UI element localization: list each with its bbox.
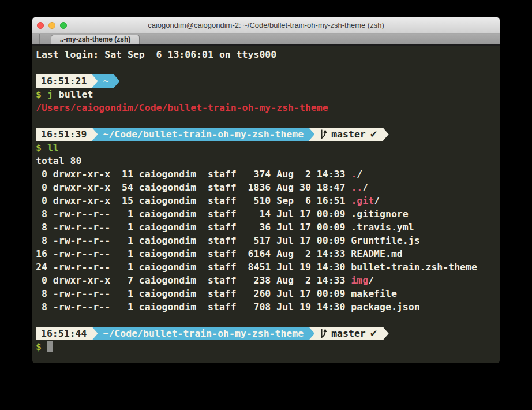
terminal-text: /Users/caiogondim/Code/bullet-train-oh-m… xyxy=(36,102,328,113)
terminal-text: 0 drwxr-xr-x 54 caiogondim staff 1836 Au… xyxy=(36,182,351,193)
prompt-dir-segment: ~ xyxy=(98,74,114,88)
terminal-text: 24 -rw-r--r-- 1 caiogondim staff 8451 Ju… xyxy=(36,262,477,273)
terminal-text: 8 -rw-r--r-- 1 caiogondim staff 36 Jul 1… xyxy=(36,222,414,233)
terminal-text: . xyxy=(351,169,357,180)
window-titlebar[interactable]: caiogondim@caiogondim-2: ~/Code/bullet-t… xyxy=(32,17,500,34)
prompt-dir-segment: ~/Code/bullet-train-oh-my-zsh-theme xyxy=(98,128,309,141)
terminal-line: total 80 xyxy=(36,154,500,167)
terminal-line: 16:51:39~/Code/bullet-train-oh-my-zsh-th… xyxy=(36,128,500,141)
terminal-line: 8 -rw-r--r-- 1 caiogondim staff 708 Jul … xyxy=(36,300,500,314)
terminal-text: Last login: Sat Sep 6 13:06:01 on ttys00… xyxy=(36,49,276,60)
terminal-line: /Users/caiogondim/Code/bullet-train-oh-m… xyxy=(36,101,500,114)
terminal-text: .git xyxy=(351,195,374,206)
prompt-dir-segment: ~/Code/bullet-train-oh-my-zsh-theme xyxy=(98,327,309,340)
terminal-text: .. xyxy=(351,182,362,193)
terminal-text: $ xyxy=(36,89,42,100)
terminal-text: ll xyxy=(47,142,59,153)
prompt-time-segment: 16:51:39 xyxy=(36,128,92,141)
tab-bar-divider xyxy=(39,34,40,44)
terminal-text: / xyxy=(374,195,380,206)
powerline-arrow-icon xyxy=(92,74,98,88)
prompt-git-segment: master✔ xyxy=(314,327,383,340)
terminal-line: 8 -rw-r--r-- 1 caiogondim staff 517 Jul … xyxy=(36,234,500,247)
powerline-arrow-icon xyxy=(92,327,98,340)
terminal-text xyxy=(42,341,47,352)
powerline-arrow-icon xyxy=(114,74,119,88)
terminal-text: bullet xyxy=(53,89,93,100)
terminal-text: 0 drwxr-xr-x 7 caiogondim staff 238 Aug … xyxy=(36,275,351,286)
terminal-line: 16:51:21~ xyxy=(36,74,500,88)
terminal-text: 8 -rw-r--r-- 1 caiogondim staff 14 Jul 1… xyxy=(36,208,409,219)
git-branch-icon xyxy=(320,129,327,139)
terminal-text: total 80 xyxy=(36,155,81,166)
terminal-screen[interactable]: Last login: Sat Sep 6 13:06:01 on ttys00… xyxy=(32,46,500,363)
git-clean-check-icon: ✔ xyxy=(370,128,378,141)
terminal-line: Last login: Sat Sep 6 13:06:01 on ttys00… xyxy=(36,48,500,61)
prompt-time-segment: 16:51:44 xyxy=(36,327,92,340)
terminal-text: img xyxy=(351,275,368,286)
powerline-arrow-icon xyxy=(383,128,389,141)
terminal-line: 16 -rw-r--r-- 1 caiogondim staff 6164 Au… xyxy=(36,247,500,260)
terminal-line: 0 drwxr-xr-x 15 caiogondim staff 510 Sep… xyxy=(36,194,500,207)
powerline-arrow-icon xyxy=(92,128,98,141)
terminal-text xyxy=(42,142,47,153)
terminal-text: 8 -rw-r--r-- 1 caiogondim staff 517 Jul … xyxy=(36,235,420,246)
terminal-line: $ j bullet xyxy=(36,88,500,101)
terminal-line: 24 -rw-r--r-- 1 caiogondim staff 8451 Ju… xyxy=(36,260,500,274)
powerline-arrow-icon xyxy=(309,128,314,141)
terminal-text: / xyxy=(362,182,368,193)
powerline-arrow-icon xyxy=(383,327,389,340)
terminal-window: caiogondim@caiogondim-2: ~/Code/bullet-t… xyxy=(32,17,500,363)
tab-bar: ..-my-zsh-theme (zsh) xyxy=(32,34,500,46)
terminal-line: 8 -rw-r--r-- 1 caiogondim staff 260 Jul … xyxy=(36,287,500,300)
terminal-cursor xyxy=(47,341,53,352)
terminal-text: / xyxy=(357,169,362,180)
terminal-line: $ ll xyxy=(36,141,500,154)
git-clean-check-icon: ✔ xyxy=(370,327,378,340)
terminal-text: j xyxy=(47,89,53,100)
git-branch-icon xyxy=(320,329,327,338)
terminal-text: 16 -rw-r--r-- 1 caiogondim staff 6164 Au… xyxy=(36,248,403,259)
terminal-line xyxy=(36,114,500,128)
terminal-text: $ xyxy=(36,341,42,352)
prompt-git-segment: master✔ xyxy=(314,128,383,141)
terminal-text: 8 -rw-r--r-- 1 caiogondim staff 708 Jul … xyxy=(36,301,420,312)
prompt-time-segment: 16:51:21 xyxy=(36,74,92,88)
terminal-line: 8 -rw-r--r-- 1 caiogondim staff 14 Jul 1… xyxy=(36,207,500,221)
terminal-text: $ xyxy=(36,142,42,153)
terminal-text xyxy=(42,89,47,100)
terminal-text: 0 drwxr-xr-x 11 caiogondim staff 374 Aug… xyxy=(36,169,351,180)
window-title: caiogondim@caiogondim-2: ~/Code/bullet-t… xyxy=(32,17,500,33)
git-branch-name: master xyxy=(331,128,366,141)
terminal-line: 0 drwxr-xr-x 11 caiogondim staff 374 Aug… xyxy=(36,167,500,181)
terminal-line: 0 drwxr-xr-x 7 caiogondim staff 238 Aug … xyxy=(36,274,500,287)
terminal-text: 8 -rw-r--r-- 1 caiogondim staff 260 Jul … xyxy=(36,288,397,299)
git-branch-name: master xyxy=(331,327,366,340)
terminal-line: 8 -rw-r--r-- 1 caiogondim staff 36 Jul 1… xyxy=(36,221,500,234)
tab-zsh[interactable]: ..-my-zsh-theme (zsh) xyxy=(51,35,140,44)
powerline-arrow-icon xyxy=(309,327,314,340)
terminal-line: 0 drwxr-xr-x 54 caiogondim staff 1836 Au… xyxy=(36,181,500,194)
terminal-line xyxy=(36,314,500,327)
terminal-line: $ xyxy=(36,340,500,353)
terminal-line xyxy=(36,61,500,74)
terminal-text: / xyxy=(368,275,374,286)
terminal-line: 16:51:44~/Code/bullet-train-oh-my-zsh-th… xyxy=(36,327,500,340)
terminal-text: 0 drwxr-xr-x 15 caiogondim staff 510 Sep… xyxy=(36,195,351,206)
